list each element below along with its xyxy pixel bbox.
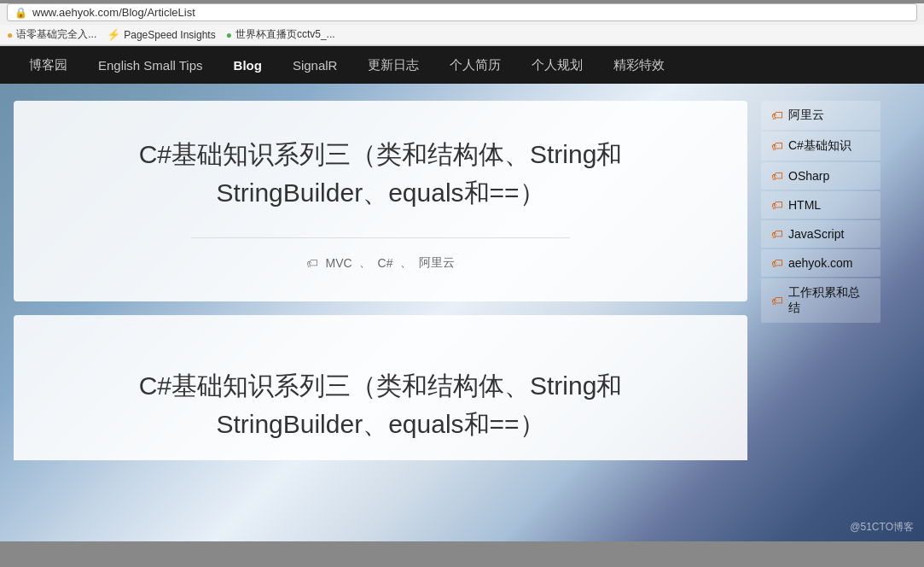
sidebar-tag-icon-6: 🏷 [771,256,783,270]
nav-item-update[interactable]: 更新日志 [352,46,434,84]
sidebar-tag-icon-1: 🏷 [771,108,783,122]
tag-aliyun[interactable]: 阿里云 [419,255,455,271]
watermark: @51CTO博客 [850,520,914,535]
sidebar-tag-icon-4: 🏷 [771,198,783,212]
sidebar: 🏷 阿里云 🏷 C#基础知识 🏷 OSharp 🏷 HTML 🏷 JavaScr… [761,101,880,323]
article-card-1: C#基础知识系列三（类和结构体、String和StringBuilder、equ… [14,101,747,301]
nav-item-bokeyuan[interactable]: 博客园 [14,46,83,84]
tag-csharp[interactable]: C# [378,256,393,270]
article-title-1[interactable]: C#基础知识系列三（类和结构体、String和StringBuilder、equ… [65,135,696,212]
site-nav: 博客园 English Small Tips Blog SignalR 更新日志… [0,46,924,84]
bookmark-icon-1: ● [7,29,13,41]
article-card-2: C#基础知识系列三（类和结构体、String和StringBuilder、equ… [14,315,747,460]
tag-mvc[interactable]: MVC [325,256,352,270]
bookmark-item[interactable]: ● 语零基础完全入... [7,27,96,42]
sidebar-label-javascript: JavaScript [788,227,844,241]
bookmark-label-2: PageSpeed Insights [124,29,215,41]
bookmarks-bar: ● 语零基础完全入... ⚡ PageSpeed Insights ● 世界杯直… [0,25,924,45]
article-divider-1 [191,237,570,238]
nav-item-resume[interactable]: 个人简历 [434,46,516,84]
browser-chrome: 🔒 www.aehyok.com/Blog/ArticleList ● 语零基础… [0,3,924,46]
sidebar-item-csharp[interactable]: 🏷 C#基础知识 [761,132,880,161]
lock-icon: 🔒 [15,7,27,19]
sidebar-tag-icon-2: 🏷 [771,139,783,153]
bookmark-icon-3: ● [226,29,232,41]
bookmark-label-1: 语零基础完全入... [16,27,96,42]
bookmark-icon-2: ⚡ [107,28,120,41]
sidebar-item-work[interactable]: 🏷 工作积累和总结 [761,278,880,323]
bookmark-item[interactable]: ● 世界杯直播页cctv5_... [226,27,335,42]
sidebar-tag-icon-3: 🏷 [771,169,783,183]
sidebar-item-html[interactable]: 🏷 HTML [761,191,880,219]
article-title-2[interactable]: C#基础知识系列三（类和结构体、String和StringBuilder、equ… [65,366,696,443]
sidebar-tag-icon-7: 🏷 [771,294,783,307]
tag-sep-1: 、 [359,255,371,271]
bookmark-label-3: 世界杯直播页cctv5_... [235,27,335,42]
nav-item-plan[interactable]: 个人规划 [516,46,598,84]
sidebar-tag-icon-5: 🏷 [771,227,783,241]
sidebar-label-html: HTML [788,198,821,212]
tag-sep-2: 、 [400,255,412,271]
sidebar-label-csharp: C#基础知识 [788,138,851,154]
sidebar-item-aehyok[interactable]: 🏷 aehyok.com [761,249,880,277]
nav-item-effects[interactable]: 精彩特效 [598,46,680,84]
url-text: www.aehyok.com/Blog/ArticleList [32,6,195,19]
sidebar-label-aehyok: aehyok.com [788,256,852,270]
sidebar-item-javascript[interactable]: 🏷 JavaScript [761,220,880,248]
sidebar-label-work: 工作积累和总结 [788,285,870,316]
articles-col: C#基础知识系列三（类和结构体、String和StringBuilder、equ… [14,101,747,460]
sidebar-item-aliyun[interactable]: 🏷 阿里云 [761,101,880,130]
sidebar-item-osharp[interactable]: 🏷 OSharp [761,162,880,190]
sidebar-label-aliyun: 阿里云 [788,108,824,123]
article-tags-1: 🏷 MVC 、 C# 、 阿里云 [306,255,454,284]
content-area: C#基础知识系列三（类和结构体、String和StringBuilder、equ… [0,84,924,477]
nav-item-english[interactable]: English Small Tips [83,46,218,84]
tag-icon-1: 🏷 [306,256,318,270]
address-bar[interactable]: 🔒 www.aehyok.com/Blog/ArticleList [7,3,917,21]
site-wrapper: 博客园 English Small Tips Blog SignalR 更新日志… [0,46,924,541]
nav-item-blog[interactable]: Blog [218,46,277,84]
nav-item-signalr[interactable]: SignalR [277,46,353,84]
bookmark-item[interactable]: ⚡ PageSpeed Insights [107,28,215,41]
sidebar-label-osharp: OSharp [788,169,829,183]
